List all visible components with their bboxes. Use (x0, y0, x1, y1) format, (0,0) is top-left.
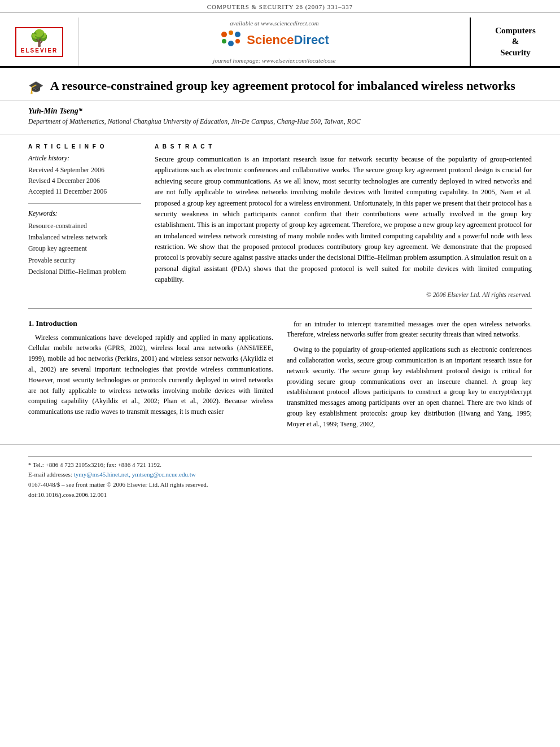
article-title: A resource-constrained group key agreeme… (50, 78, 515, 94)
body-section: 1. Introduction Wireless communications … (0, 309, 560, 434)
article-icon: 🎓 (28, 80, 43, 95)
journal-header: 🌳 ELSEVIER available at www.sciencedirec… (0, 13, 560, 68)
section-number: 1. (28, 319, 34, 327)
abstract-text: Secure group communication is an importa… (155, 154, 532, 286)
received-date: Received 4 September 2006 (28, 165, 141, 176)
article-info-label: A R T I C L E I N F O (28, 143, 141, 150)
journal-homepage: journal homepage: www.elsevier.com/locat… (213, 57, 335, 64)
svg-point-5 (235, 39, 240, 43)
divider (28, 203, 141, 204)
footer-separator (28, 456, 532, 457)
footnote-star: * Tel.: +886 4 723 2105x3216; fax: +886 … (28, 460, 532, 470)
keywords-label: Keywords: (28, 209, 141, 218)
doi-text: doi:10.1016/j.cose.2006.12.001 (28, 490, 532, 500)
footnote-tel: * Tel.: +886 4 723 2105x3216; fax: +886 … (28, 461, 161, 468)
body-left-text: Wireless communications have developed r… (28, 333, 273, 418)
email-values: tymy@ms45.hinet.net, ymtseng@cc.ncue.edu… (74, 471, 196, 478)
article-header: 🎓 A resource-constrained group key agree… (0, 68, 560, 101)
svg-point-4 (228, 41, 234, 46)
article-info-section: A R T I C L E I N F O Article history: R… (0, 134, 560, 298)
journal-name-line2: Security (500, 48, 530, 57)
keyword-item: Group key agreement (28, 243, 141, 254)
svg-point-0 (221, 32, 227, 37)
journal-name: Computers & Security (495, 25, 536, 59)
sciencedirect-text: ScienceDirect (247, 33, 329, 47)
keyword-item: Provable security (28, 255, 141, 266)
article-info-col: A R T I C L E I N F O Article history: R… (28, 143, 141, 298)
body-paragraph: Wireless communications have developed r… (28, 333, 273, 418)
keyword-item: Imbalanced wireless network (28, 231, 141, 243)
article-footer: * Tel.: +886 4 723 2105x3216; fax: +886 … (0, 444, 560, 503)
direct-text: Direct (294, 33, 329, 47)
sciencedirect-logo: ScienceDirect (220, 30, 329, 50)
abstract-col: A B S T R A C T Secure group communicati… (155, 143, 532, 298)
elsevier-logo: 🌳 ELSEVIER (0, 18, 79, 66)
author-name: Yuh-Min Tseng* (28, 107, 532, 116)
svg-point-3 (222, 39, 226, 43)
rights-text: 0167-4048/$ – see front matter © 2006 El… (28, 480, 532, 490)
journal-name-amp: & (512, 37, 519, 46)
keyword-item: Resource-constrained (28, 220, 141, 231)
footnote-email: E-mail addresses: tymy@ms45.hinet.net, y… (28, 470, 532, 480)
journal-topbar: COMPUTERS & SECURITY 26 (2007) 331–337 (0, 0, 560, 13)
article-title-row: 🎓 A resource-constrained group key agree… (28, 78, 532, 95)
svg-point-1 (229, 30, 233, 35)
accepted-date: Accepted 11 December 2006 (28, 186, 141, 197)
body-left-col: 1. Introduction Wireless communications … (28, 319, 273, 434)
section-title-text: Introduction (36, 319, 77, 327)
section1-title: 1. Introduction (28, 319, 273, 328)
copyright-line: © 2006 Elsevier Ltd. All rights reserved… (155, 291, 532, 298)
keyword-item: Decisional Diffie–Hellman problem (28, 266, 141, 277)
body-paragraph: Owing to the popularity of group-oriente… (287, 344, 532, 430)
author-text: Yuh-Min Tseng* (28, 107, 82, 115)
center-header: available at www.sciencedirect.com Scien… (79, 18, 470, 66)
elsevier-label: ELSEVIER (21, 47, 58, 54)
author-affiliation: Department of Mathematics, National Chan… (28, 117, 532, 126)
email-label: E-mail addresses: (28, 471, 72, 478)
author-section: Yuh-Min Tseng* Department of Mathematics… (0, 101, 560, 128)
body-paragraph: for an intruder to intercept transmitted… (287, 319, 532, 340)
journal-name-line1: Computers (495, 26, 536, 35)
body-right-text: for an intruder to intercept transmitted… (287, 319, 532, 430)
history-label: Article history: (28, 154, 141, 163)
topbar-text: COMPUTERS & SECURITY 26 (2007) 331–337 (207, 3, 353, 10)
elsevier-logo-box: 🌳 ELSEVIER (15, 27, 63, 57)
keywords-list: Resource-constrainedImbalanced wireless … (28, 220, 141, 278)
right-header: Computers & Security (470, 18, 560, 66)
abstract-label: A B S T R A C T (155, 143, 532, 150)
svg-point-2 (235, 32, 240, 37)
available-text: available at www.sciencedirect.com (230, 20, 319, 27)
body-right-col: for an intruder to intercept transmitted… (287, 319, 532, 434)
science-text: Science (247, 33, 294, 47)
revised-date: Revised 4 December 2006 (28, 176, 141, 186)
elsevier-tree-icon: 🌳 (29, 30, 49, 46)
sd-icon (220, 30, 243, 50)
